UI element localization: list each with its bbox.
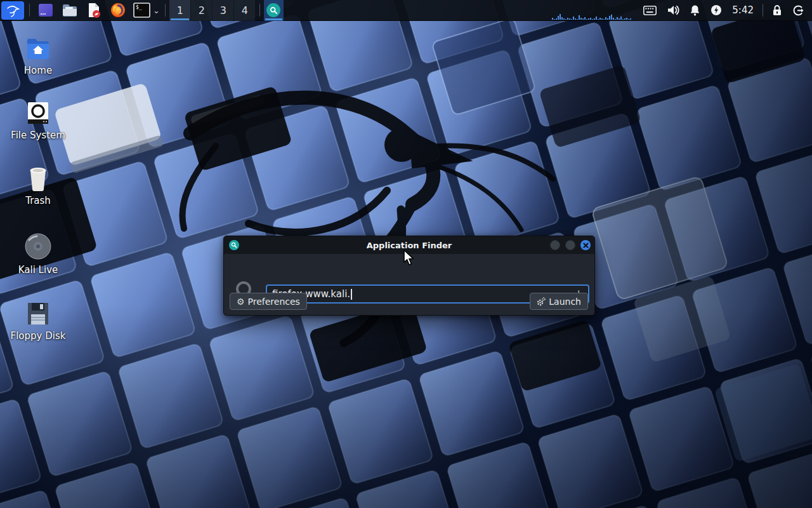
maximize-button[interactable]	[565, 240, 575, 250]
trash-can-icon	[26, 166, 50, 191]
clock[interactable]: 5:42	[732, 4, 754, 16]
terminal-window-launcher[interactable]	[36, 1, 55, 20]
mouse-cursor	[403, 250, 417, 266]
file-manager-launcher[interactable]	[60, 1, 79, 20]
optical-disc-icon	[24, 232, 52, 260]
kali-menu-button[interactable]	[1, 1, 24, 20]
volume-icon[interactable]	[667, 4, 679, 16]
text-caret	[351, 289, 352, 300]
gear-icon: ⚙	[237, 297, 245, 306]
workspace-label: 2	[199, 4, 205, 17]
launch-gears-icon	[537, 297, 546, 306]
power-manager-icon[interactable]	[710, 4, 722, 16]
workspace-label: 1	[177, 4, 183, 17]
terminal-emulator-launcher[interactable]: $_	[133, 1, 150, 20]
app-finder-panel-button[interactable]	[264, 0, 284, 21]
desktop-icon-kali-live[interactable]: Kali Live	[11, 232, 65, 276]
panel-separator	[259, 4, 260, 17]
workspace-label: 4	[242, 4, 248, 17]
keyboard-icon[interactable]	[643, 6, 657, 15]
panel-separator	[763, 4, 763, 17]
close-icon	[583, 243, 589, 248]
lock-screen-icon[interactable]	[772, 4, 782, 16]
desktop-icon-label: Kali Live	[18, 264, 58, 276]
terminal-emulator-icon: $_	[133, 3, 150, 18]
application-finder-window: Application Finder firefox www.kali. ↓ ⚙	[223, 236, 595, 316]
preferences-button[interactable]: ⚙ Preferences	[230, 293, 307, 310]
desktop-icon-label: Home	[24, 65, 52, 76]
kali-desktop: $_ ⌄ 1 2 3 4	[0, 0, 812, 508]
desktop-icon-file-system[interactable]: File System	[11, 100, 65, 141]
desktop-icon-label: Trash	[25, 195, 51, 206]
firefox-launcher[interactable]	[108, 1, 128, 20]
notifications-bell-icon[interactable]	[690, 4, 700, 16]
text-editor-launcher[interactable]	[84, 1, 103, 20]
firefox-icon	[110, 2, 126, 18]
workspace-button-4[interactable]: 4	[234, 0, 255, 21]
workspace-label: 3	[220, 4, 226, 17]
file-manager-icon	[62, 2, 78, 18]
text-editor-icon	[86, 2, 102, 18]
desktop-icon-home[interactable]: Home	[11, 37, 65, 76]
desktop-icon-label: File System	[11, 130, 65, 141]
hard-drive-icon	[25, 100, 51, 126]
desktop-icon-floppy-disk[interactable]: Floppy Disk	[11, 301, 65, 342]
search-icon	[266, 3, 280, 17]
desktop-icon-label: Floppy Disk	[11, 330, 66, 342]
close-button[interactable]	[580, 240, 591, 250]
top-panel: $_ ⌄ 1 2 3 4	[0, 0, 812, 21]
launcher-dropdown-chevron-icon[interactable]: ⌄	[153, 6, 160, 15]
terminal-window-icon	[37, 2, 54, 18]
desktop-icon-trash[interactable]: Trash	[11, 166, 65, 206]
workspace-button-3[interactable]: 3	[213, 0, 233, 21]
workspace-button-1[interactable]: 1	[169, 0, 190, 21]
home-folder-icon	[25, 37, 51, 61]
kali-dragon-icon	[5, 3, 20, 17]
panel-separator	[165, 4, 166, 17]
minimize-button[interactable]	[550, 240, 560, 250]
launch-button-label: Launch	[549, 297, 581, 307]
workspace-button-2[interactable]: 2	[191, 0, 212, 21]
svg-text:$_: $_	[136, 4, 142, 10]
logout-icon[interactable]	[792, 4, 804, 17]
launch-button[interactable]: Launch	[530, 293, 588, 310]
preferences-button-label: Preferences	[248, 297, 300, 307]
floppy-disk-icon	[25, 301, 51, 326]
panel-separator	[29, 4, 30, 17]
window-title: Application Finder	[224, 241, 594, 250]
cpu-load-graph[interactable]	[552, 0, 632, 21]
